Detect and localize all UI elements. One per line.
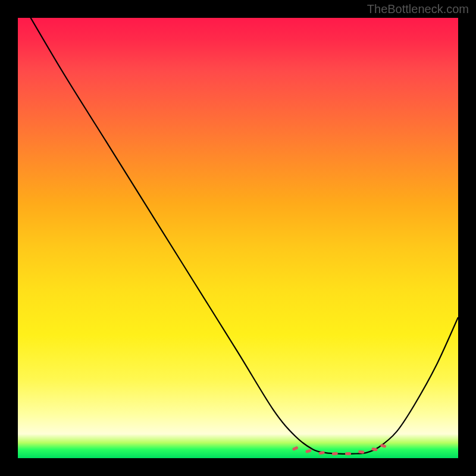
chart-svg — [18, 18, 458, 458]
marker-dot — [345, 452, 351, 455]
marker-dot — [332, 452, 338, 456]
marker-dot — [305, 449, 312, 453]
plot-area — [18, 18, 458, 458]
watermark-text: TheBottleneck.com — [367, 2, 469, 16]
bottleneck-curve — [18, 18, 458, 454]
marker-dot — [292, 446, 299, 451]
